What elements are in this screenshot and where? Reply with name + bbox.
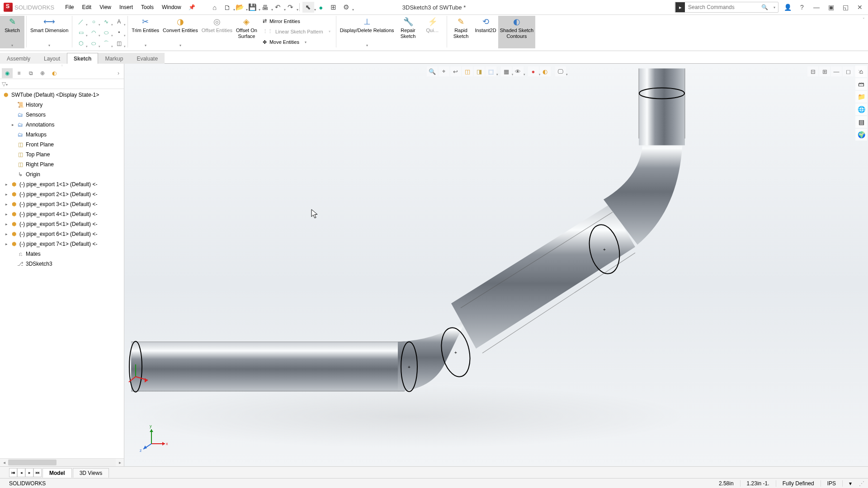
traffic-icon[interactable]: ●	[315, 2, 327, 13]
fillet-icon[interactable]: ⌒	[100, 38, 112, 48]
tree-item[interactable]: ▸⬢(-) pipe_export 3<1> (Default) <-	[0, 199, 124, 209]
offset-surface-button[interactable]: ◈ Offset On Surface	[234, 16, 259, 48]
home-icon[interactable]: ⌂	[209, 2, 221, 13]
tab-markup[interactable]: Markup	[98, 53, 130, 64]
tree-item[interactable]: ◫Front Plane	[0, 140, 124, 150]
open-icon[interactable]: 📂	[234, 2, 246, 13]
menu-file[interactable]: File	[61, 2, 77, 12]
ribbon-collapse-icon[interactable]: ˇ	[863, 18, 864, 23]
scroll-right-icon[interactable]: ▸	[116, 459, 124, 466]
arc-icon[interactable]: ◠	[88, 28, 99, 38]
tree-arrow-icon[interactable]: ▸	[5, 212, 10, 216]
tab-evaluate[interactable]: Evaluate	[130, 53, 165, 64]
tree-item[interactable]: ▸⬢(-) pipe_export 4<1> (Default) <-	[0, 209, 124, 219]
rapid-button[interactable]: ✎ Rapid Sketch	[449, 16, 473, 48]
tree-root[interactable]: ⬢ SWTube (Default) <Display State-1>	[0, 90, 124, 100]
scroll-track[interactable]	[8, 459, 116, 466]
menu-tools[interactable]: Tools	[137, 2, 157, 12]
tree-arrow-icon[interactable]: ▸	[12, 122, 16, 127]
tree-arrow-icon[interactable]: ▸	[5, 192, 10, 197]
slot-icon[interactable]: ⬭	[88, 38, 99, 48]
spline-icon[interactable]: ∿	[100, 17, 112, 27]
property-manager-icon[interactable]: ≡	[14, 68, 24, 78]
bottom-tab-model[interactable]: Model	[42, 468, 72, 478]
expand-icon[interactable]: ›	[115, 70, 122, 76]
display-relations-button[interactable]: ⊥ Display/Delete Relations ▾	[338, 16, 396, 48]
new-icon[interactable]: 🗋	[222, 2, 233, 13]
tree-item[interactable]: 🗂Markups	[0, 130, 124, 140]
select-icon[interactable]: ⬉	[302, 2, 314, 13]
last-tab-icon[interactable]: ⏭	[33, 468, 42, 477]
tab-assembly[interactable]: Assembly	[0, 53, 37, 64]
tree-arrow-icon[interactable]: ▸	[5, 242, 10, 246]
mirror-button[interactable]: ⇄Mirror Entities	[261, 18, 332, 24]
tree-item[interactable]: ⎌Mates	[0, 249, 124, 259]
tree-item[interactable]: 📜History	[0, 100, 124, 110]
first-tab-icon[interactable]: ⏮	[9, 468, 17, 477]
dim-manager-icon[interactable]: ⊕	[37, 68, 48, 78]
save-icon[interactable]: 💾	[247, 2, 259, 13]
search-icon[interactable]: 🔍	[759, 4, 771, 10]
status-units[interactable]: IPS	[821, 480, 842, 487]
menu-window[interactable]: Window	[158, 2, 185, 12]
feature-manager-icon[interactable]: ◉	[2, 68, 13, 78]
trim-button[interactable]: ✂ Trim Entities ▾	[130, 16, 161, 48]
line-icon[interactable]: ／	[75, 17, 87, 27]
tree-arrow-icon[interactable]: ▸	[5, 182, 10, 187]
tree-item[interactable]: ⎇3DSketch3	[0, 259, 124, 269]
instant-button[interactable]: ⟲ Instant2D	[473, 16, 498, 48]
convert-button[interactable]: ◑ Convert Entities ▾	[161, 16, 200, 48]
maximize-icon[interactable]: ◱	[840, 2, 851, 13]
tree-item[interactable]: ▸⬢(-) pipe_export 6<1> (Default) <-	[0, 229, 124, 239]
restore-icon[interactable]: ▣	[826, 2, 836, 13]
tree-item[interactable]: ▸⬢(-) pipe_export 1<1> (Default) <-	[0, 179, 124, 189]
linear-pattern-button[interactable]: ⋮⋮Linear Sketch Pattern▾	[261, 28, 332, 35]
tree-item[interactable]: ▸🗂Annotations	[0, 120, 124, 130]
prev-tab-icon[interactable]: ◂	[17, 468, 25, 477]
tree-item[interactable]: ▸⬢(-) pipe_export 5<1> (Default) <-	[0, 219, 124, 229]
menu-edit[interactable]: Edit	[78, 2, 95, 12]
resize-grip-icon[interactable]: ⋰	[858, 480, 865, 487]
menu-view[interactable]: View	[96, 2, 115, 12]
polygon-icon[interactable]: ⬡	[75, 38, 87, 48]
search-box[interactable]: ▸ 🔍 ▾	[675, 2, 778, 13]
offset-button[interactable]: ◎ Offset Entities	[200, 16, 234, 48]
tree-body[interactable]: ⬢ SWTube (Default) <Display State-1> 📜Hi…	[0, 89, 124, 458]
point-icon[interactable]: •	[113, 28, 125, 38]
tree-item[interactable]: ▸⬢(-) pipe_export 7<1> (Default) <-	[0, 239, 124, 249]
plane-icon[interactable]: ◫	[113, 38, 125, 48]
tree-arrow-icon[interactable]: ▸	[5, 232, 10, 236]
scroll-thumb[interactable]	[8, 460, 57, 465]
user-icon[interactable]: 👤	[782, 2, 793, 13]
tree-scrollbar[interactable]: ◂ ▸	[0, 458, 124, 466]
tree-item[interactable]: 🗂Sensors	[0, 110, 124, 120]
viewport[interactable]: 🔍 ⌖ ↩ ◫ ◨ ⬚ ▦ 👁 ● ◐ 🖵 ⊟ ⊞ — ◻ ✕ ⌂ 🗃 📁	[124, 64, 868, 466]
table-icon[interactable]: ⊞	[328, 2, 340, 13]
rectangle-icon[interactable]: ▭	[75, 28, 87, 38]
tab-sketch[interactable]: Sketch	[67, 53, 98, 64]
tree-item[interactable]: ▸⬢(-) pipe_export 2<1> (Default) <-	[0, 189, 124, 199]
status-gear-icon[interactable]: ▾	[842, 480, 858, 487]
print-icon[interactable]: 🖶	[259, 2, 271, 13]
minimize-icon[interactable]: —	[811, 2, 822, 13]
scroll-left-icon[interactable]: ◂	[0, 459, 8, 466]
tree-item[interactable]: ↳Origin	[0, 169, 124, 179]
triad[interactable]: x y z	[138, 421, 170, 453]
smart-dimension-button[interactable]: ⟷ Smart Dimension ▾	[28, 16, 70, 48]
shaded-button[interactable]: ◐ Shaded Sketch Contours	[498, 16, 536, 48]
move-button[interactable]: ✥Move Entities▾	[261, 39, 332, 46]
text-icon[interactable]: A	[113, 17, 125, 27]
close-icon[interactable]: ✕	[854, 2, 865, 13]
sketch-button[interactable]: ✎ Sketch ▾	[0, 16, 24, 48]
next-tab-icon[interactable]: ▸	[25, 468, 33, 477]
menu-insert[interactable]: Insert	[116, 2, 137, 12]
undo-icon[interactable]: ↶	[272, 2, 284, 13]
repair-button[interactable]: 🔧 Repair Sketch	[396, 16, 420, 48]
tree-arrow-icon[interactable]: ▸	[5, 222, 10, 226]
settings-icon[interactable]: ⚙	[340, 2, 352, 13]
config-manager-icon[interactable]: ⧉	[25, 68, 36, 78]
ellipse-icon[interactable]: ⬭	[100, 28, 112, 38]
bottom-tab-3dviews[interactable]: 3D Views	[73, 468, 109, 478]
tree-item[interactable]: ◫Right Plane	[0, 160, 124, 169]
display-manager-icon[interactable]: ◐	[49, 68, 60, 78]
